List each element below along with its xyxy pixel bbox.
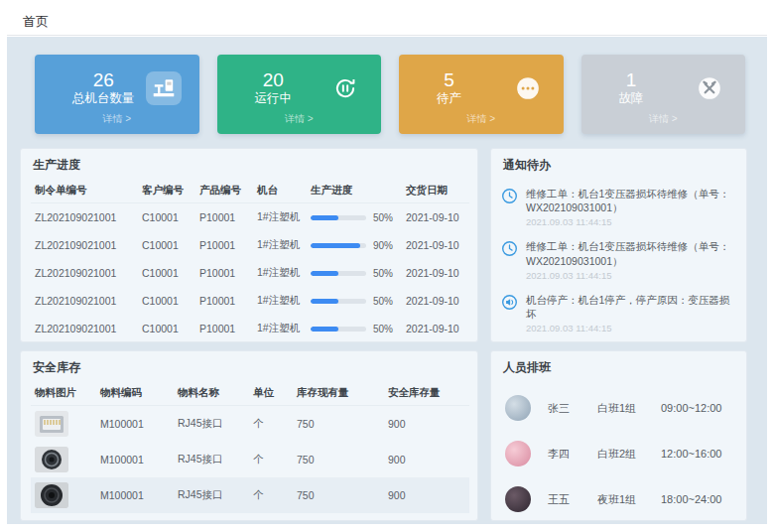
- column-header: 交货日期: [402, 179, 469, 203]
- stat-card-waiting[interactable]: 5 待产 详情 >: [399, 55, 564, 134]
- column-header: 安全库存量: [384, 381, 469, 406]
- progress-label: 50%: [373, 324, 393, 334]
- stat-card-running[interactable]: 20 运行中 详情 >: [217, 55, 382, 134]
- clock-icon: [501, 188, 518, 204]
- stat-label: 故障: [619, 90, 644, 106]
- column-header: 生产进度: [307, 179, 402, 203]
- column-header: 客户编号: [138, 179, 195, 203]
- stat-value: 1: [619, 69, 644, 90]
- progress-bar: 50%: [311, 324, 398, 334]
- staff-schedule-panel: 人员排班 张三 白班1组 09:00~12:00 李四 白班2组 12:00~1…: [490, 350, 747, 521]
- staff-time: 12:00~16:00: [661, 448, 721, 460]
- progress-label: 90%: [373, 240, 393, 251]
- progress-bar: 90%: [311, 240, 398, 251]
- schedule-row: 王五 夜班1组 18:00~24:00: [505, 476, 732, 521]
- notification-list: 维修工单：机台1变压器损坏待维修（单号：WX202109031001） 2021…: [491, 179, 746, 342]
- stat-label: 总机台数量: [72, 90, 135, 106]
- panel-title: 安全库存: [21, 351, 477, 381]
- stat-label: 运行中: [255, 90, 293, 106]
- staff-shift: 夜班1组: [597, 492, 661, 507]
- rj45-connector-photo: [35, 411, 68, 437]
- table-row: ZL202109021001 C10001 P10001 1#注塑机 90% 2…: [31, 231, 469, 259]
- stat-card-total-machines[interactable]: 26 总机台数量 详情 >: [35, 55, 199, 134]
- safety-stock-panel: 安全库存 物料图片 物料编码 物料名称 单位 库存现有量 安全库存量: [20, 350, 478, 521]
- column-header: 物料编码: [96, 381, 174, 406]
- progress-label: 50%: [373, 296, 393, 307]
- schedule-row: 张三 白班1组 09:00~12:00: [505, 385, 732, 431]
- staff-time: 09:00~12:00: [661, 402, 721, 414]
- top-bar: 首页: [7, 8, 767, 36]
- stat-card-fault[interactable]: 1 故障: [581, 55, 746, 134]
- avatar: [505, 395, 531, 421]
- notification-text: 维修工单：机台1变压器损坏待维修（单号：WX202109031001）: [526, 239, 736, 267]
- dashboard-screen: 首页 26 总机台数量: [0, 0, 773, 532]
- stat-value: 5: [437, 69, 461, 90]
- staff-shift: 白班2组: [597, 447, 661, 462]
- table-header-row: 物料图片 物料编码 物料名称 单位 库存现有量 安全库存量: [31, 381, 469, 406]
- notifications-panel: 通知待办 维修工单：机台1变压器损坏待维修（单号：WX202109031001）…: [490, 148, 747, 342]
- progress-label: 50%: [373, 212, 393, 223]
- schedule-list: 张三 白班1组 09:00~12:00 李四 白班2组 12:00~16:00 …: [491, 381, 746, 521]
- staff-name: 李四: [548, 447, 597, 462]
- tools-icon: [692, 71, 727, 105]
- safety-stock-table: 物料图片 物料编码 物料名称 单位 库存现有量 安全库存量: [31, 381, 469, 513]
- panel-title: 生产进度: [21, 149, 477, 179]
- notification-item[interactable]: 维修工单：机台1变压器损坏待维修（单号：WX202109031001） 2021…: [501, 233, 736, 286]
- notification-item[interactable]: 维修工单：机台1变压器损坏待维修（单号：WX202109031001） 2021…: [501, 181, 736, 233]
- staff-name: 王五: [548, 492, 597, 507]
- detail-link[interactable]: 详情 >: [47, 112, 188, 128]
- column-header: 制令单编号: [31, 179, 138, 203]
- notification-time: 2021.09.03 11:44:15: [526, 216, 736, 227]
- notification-item[interactable]: 计划暂停：机台1生产计划已暂停 2021.09.03 11:44:15: [501, 339, 736, 342]
- running-icon: [327, 71, 363, 105]
- progress-bar: 50%: [311, 296, 398, 307]
- panel-title: 人员排班: [491, 351, 746, 381]
- table-row: M100001 RJ45接口 个 750 900: [31, 406, 469, 443]
- stat-value: 20: [255, 69, 293, 90]
- detail-link[interactable]: 详情 >: [229, 112, 370, 128]
- notification-time: 2021.09.03 11:44:15: [526, 270, 736, 281]
- production-table: 制令单编号 客户编号 产品编号 机台 生产进度 交货日期 ZL202109021…: [31, 179, 469, 342]
- notification-text: 机台停产：机台1停产，停产原因：变压器损坏: [526, 293, 736, 321]
- staff-time: 18:00~24:00: [661, 493, 721, 505]
- staff-name: 张三: [548, 401, 597, 416]
- panel-title: 通知待办: [491, 149, 746, 179]
- detail-link[interactable]: 详情 >: [593, 112, 734, 128]
- avatar: [505, 486, 531, 512]
- column-header: 物料名称: [174, 381, 249, 406]
- column-header: 产品编号: [195, 179, 253, 203]
- stat-value: 26: [72, 69, 135, 90]
- table-row: M100001 RJ45接口 个 750 900: [31, 442, 469, 477]
- column-header: 物料图片: [31, 381, 96, 406]
- table-row: M100001 RJ45接口 个 750 900: [31, 477, 469, 513]
- detail-link[interactable]: 详情 >: [411, 112, 552, 128]
- content-area: 26 总机台数量 详情 >: [7, 37, 767, 524]
- notification-item[interactable]: 机台停产：机台1停产，停产原因：变压器损坏 2021.09.03 11:44:1…: [501, 287, 736, 339]
- notification-time: 2021.09.03 11:44:15: [526, 323, 736, 333]
- production-progress-panel: 生产进度 制令单编号 客户编号 产品编号 机台 生产进度 交货日期: [20, 148, 478, 342]
- machine-icon: [146, 71, 182, 105]
- table-row: ZL202109021001 C10001 P10001 1#注塑机 50% 2…: [31, 259, 469, 287]
- panels-grid: 生产进度 制令单编号 客户编号 产品编号 机台 生产进度 交货日期: [20, 148, 749, 521]
- table-header-row: 制令单编号 客户编号 产品编号 机台 生产进度 交货日期: [31, 179, 469, 203]
- speaker-photo: [35, 482, 68, 508]
- ellipsis-icon: [510, 71, 546, 105]
- table-row: ZL202109021001 C10001 P10001 1#注塑机 50% 2…: [31, 315, 469, 342]
- schedule-row: 李四 白班2组 12:00~16:00: [505, 431, 732, 476]
- notification-text: 维修工单：机台1变压器损坏待维修（单号：WX202109031001）: [526, 187, 736, 214]
- bottom-edge: [7, 524, 773, 532]
- staff-shift: 白班1组: [597, 401, 661, 416]
- stat-cards-row: 26 总机台数量 详情 >: [7, 37, 767, 134]
- tab-home[interactable]: 首页: [7, 13, 64, 31]
- table-row: ZL202109021001 C10001 P10001 1#注塑机 50% 2…: [31, 203, 469, 232]
- progress-bar: 50%: [311, 268, 398, 279]
- progress-bar: 50%: [311, 212, 398, 223]
- column-header: 机台: [253, 179, 307, 203]
- round-connector-photo: [35, 447, 68, 472]
- column-header: 库存现有量: [293, 381, 384, 406]
- progress-label: 50%: [373, 268, 393, 279]
- column-header: 单位: [249, 381, 293, 406]
- clock-icon: [501, 240, 518, 257]
- table-row: ZL202109021001 C10001 P10001 1#注塑机 50% 2…: [31, 287, 469, 315]
- speaker-icon: [501, 294, 518, 311]
